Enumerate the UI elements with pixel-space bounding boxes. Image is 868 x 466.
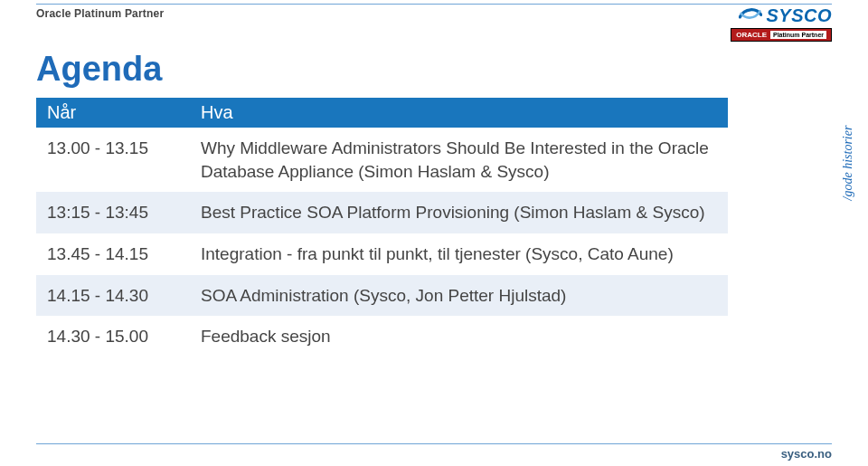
cell-when: 13.00 - 13.15	[36, 128, 190, 192]
col-header-what: Hva	[190, 98, 728, 128]
cell-when: 14.15 - 14.30	[36, 275, 190, 317]
col-header-when: Når	[36, 98, 190, 128]
table-row: 14.30 - 15.00 Feedback sesjon	[36, 316, 728, 357]
agenda-table: Når Hva 13.00 - 13.15 Why Middleware Adm…	[36, 98, 728, 357]
cell-what: Feedback sesjon	[190, 316, 728, 357]
logo-area: SYSCO ORACLE Platinum Partner	[731, 5, 832, 42]
cell-when: 13.45 - 14.15	[36, 233, 190, 275]
table-row: 14.15 - 14.30 SOA Administration (Sysco,…	[36, 275, 728, 317]
table-row: 13:15 - 13:45 Best Practice SOA Platform…	[36, 192, 728, 233]
cell-when: 13:15 - 13:45	[36, 192, 190, 233]
cell-what: Integration - fra punkt til punkt, til t…	[190, 233, 728, 275]
footer-divider	[36, 443, 832, 444]
side-ribbon-text: /gode historier	[841, 126, 855, 201]
table-header-row: Når Hva	[36, 98, 728, 128]
slide: Oracle Platinum Partner SYSCO ORACLE Pla…	[0, 0, 868, 466]
oracle-badge-right: Platinum Partner	[770, 31, 826, 39]
cell-when: 14.30 - 15.00	[36, 316, 190, 357]
sysco-logo-text: SYSCO	[766, 5, 832, 26]
cell-what: Why Middleware Administrators Should Be …	[190, 128, 728, 192]
side-ribbon: /gode historier	[839, 109, 857, 217]
oracle-partner-badge: ORACLE Platinum Partner	[731, 28, 832, 42]
cell-what: SOA Administration (Sysco, Jon Petter Hj…	[190, 275, 728, 317]
sysco-swirl-icon	[739, 5, 762, 26]
table-row: 13.00 - 13.15 Why Middleware Administrat…	[36, 128, 728, 192]
header-divider	[36, 4, 832, 5]
footer-url: sysco.no	[781, 447, 832, 461]
oracle-badge-left: ORACLE	[736, 32, 767, 39]
table-row: 13.45 - 14.15 Integration - fra punkt ti…	[36, 233, 728, 275]
page-title: Agenda	[36, 50, 162, 89]
cell-what: Best Practice SOA Platform Provisioning …	[190, 192, 728, 233]
sysco-logo: SYSCO	[739, 5, 832, 26]
header-tagline: Oracle Platinum Partner	[36, 7, 164, 20]
